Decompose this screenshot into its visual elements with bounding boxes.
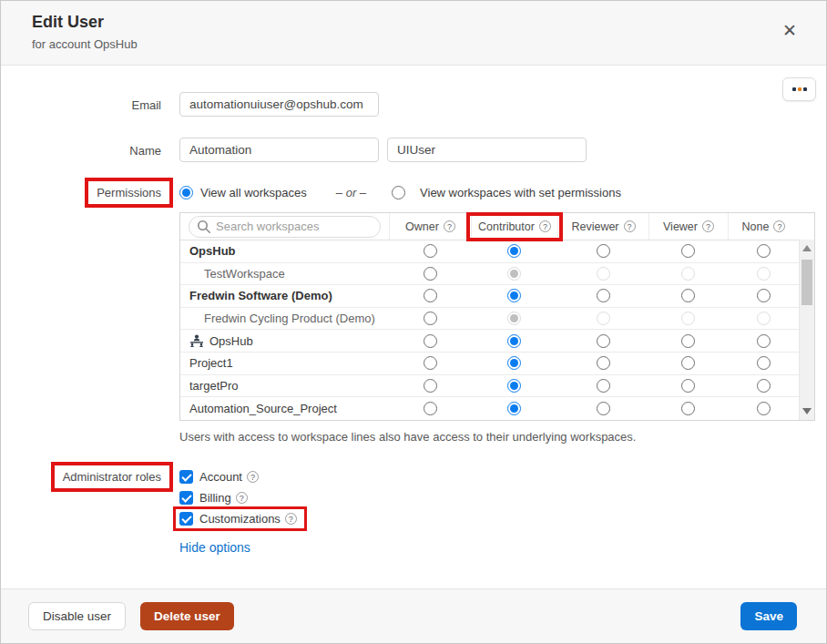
- permissions-row: Permissions View all workspaces – or – V…: [28, 180, 621, 199]
- admin-role-label: Billing: [199, 491, 231, 505]
- ellipsis-dot-icon: [792, 87, 796, 91]
- admin-role-label: Customizations: [199, 512, 281, 526]
- permission-radio-viewer[interactable]: [681, 379, 695, 393]
- column-header-owner: Owner?: [389, 213, 471, 240]
- column-header-none: None?: [728, 213, 799, 240]
- or-separator: – or –: [336, 186, 366, 199]
- permission-radio-owner[interactable]: [424, 267, 437, 281]
- last-name-field[interactable]: [387, 138, 587, 162]
- workspace-name: Project1: [180, 356, 389, 370]
- permission-radio-contributor: [507, 267, 521, 281]
- help-icon[interactable]: ?: [773, 220, 785, 232]
- permission-radio-reviewer: [597, 312, 610, 325]
- permission-radio-reviewer[interactable]: [597, 402, 610, 415]
- email-field[interactable]: [179, 92, 379, 117]
- help-icon[interactable]: ?: [702, 220, 714, 232]
- delete-user-button[interactable]: Delete user: [140, 602, 234, 630]
- column-header-reviewer: Reviewer?: [557, 213, 648, 240]
- email-label: Email: [28, 92, 161, 112]
- checkbox-checked-icon[interactable]: [179, 512, 193, 526]
- permission-radio-owner[interactable]: [424, 379, 437, 393]
- scroll-down-icon[interactable]: [802, 408, 812, 414]
- permission-radio-none[interactable]: [757, 379, 771, 393]
- admin-role-customizations[interactable]: Customizations?: [179, 512, 297, 526]
- admin-roles-checkboxes: Account?Billing?Customizations?: [179, 468, 297, 526]
- permission-radio-contributor[interactable]: [507, 334, 521, 348]
- dialog-header: Edit User for account OpsHub ✕: [1, 1, 826, 66]
- scrollbar-thumb[interactable]: [801, 260, 812, 305]
- table-row: Automation_Source_Project: [180, 397, 814, 420]
- table-row: targetPro: [180, 375, 814, 398]
- table-scrollbar[interactable]: [799, 240, 814, 420]
- help-icon[interactable]: ?: [247, 471, 259, 483]
- more-options-button[interactable]: [782, 77, 816, 101]
- permission-radio-contributor[interactable]: [507, 356, 521, 370]
- admin-role-billing[interactable]: Billing?: [179, 491, 297, 505]
- permission-radio-reviewer[interactable]: [597, 289, 610, 302]
- search-input[interactable]: [189, 216, 381, 238]
- permission-radio-reviewer: [597, 267, 610, 281]
- permission-radio-reviewer[interactable]: [597, 334, 610, 348]
- checkbox-checked-icon[interactable]: [179, 470, 193, 484]
- help-icon[interactable]: ?: [624, 220, 636, 232]
- scroll-up-icon[interactable]: [802, 245, 812, 251]
- permission-radio-none[interactable]: [757, 402, 771, 415]
- permission-radio-owner[interactable]: [424, 289, 437, 302]
- help-icon[interactable]: ?: [444, 220, 455, 232]
- permission-radio-none[interactable]: [757, 244, 771, 258]
- table-row: TestWorkspace: [180, 263, 814, 286]
- checkbox-checked-icon[interactable]: [179, 491, 193, 505]
- permission-radio-reviewer[interactable]: [597, 379, 610, 393]
- table-row: OpsHub: [180, 240, 814, 263]
- annotation-box-permissions: Permissions: [85, 178, 173, 208]
- annotation-box-customizations: Customizations?: [173, 506, 307, 531]
- name-row: Name: [28, 138, 587, 162]
- email-row: Email: [28, 92, 379, 117]
- permission-radio-viewer[interactable]: [681, 356, 695, 370]
- permission-radio-none[interactable]: [757, 356, 771, 370]
- help-icon[interactable]: ?: [285, 513, 297, 525]
- save-button[interactable]: Save: [740, 602, 797, 630]
- admin-role-account[interactable]: Account?: [179, 470, 297, 484]
- permission-radio-contributor[interactable]: [507, 289, 521, 302]
- permission-radio-contributor[interactable]: [507, 379, 521, 393]
- permission-radio-owner[interactable]: [424, 402, 437, 415]
- view-set-permissions-radio[interactable]: [392, 186, 405, 199]
- disable-user-button[interactable]: Disable user: [28, 602, 126, 630]
- workspace-name: Automation_Source_Project: [180, 402, 389, 415]
- permission-radio-viewer: [681, 312, 695, 325]
- permission-radio-viewer[interactable]: [681, 402, 695, 415]
- permission-radio-owner[interactable]: [424, 356, 437, 370]
- permission-radio-reviewer[interactable]: [597, 356, 610, 370]
- permission-radio-none: [757, 312, 771, 325]
- annotation-box-admin-roles: Administrator roles: [51, 462, 173, 492]
- permission-radio-owner[interactable]: [424, 244, 437, 258]
- permission-radio-viewer[interactable]: [681, 289, 695, 302]
- view-set-permissions-label: View workspaces with set permissions: [420, 186, 621, 199]
- close-icon[interactable]: ✕: [782, 22, 797, 39]
- hide-options-link[interactable]: Hide options: [179, 540, 250, 555]
- dialog-footer: Disable user Delete user Save: [1, 588, 826, 643]
- first-name-field[interactable]: [179, 138, 379, 162]
- help-icon[interactable]: ?: [236, 492, 248, 504]
- permission-radio-none[interactable]: [757, 334, 771, 348]
- admin-role-label: Account: [199, 470, 242, 484]
- permission-radio-contributor: [507, 312, 521, 325]
- administrator-roles-label: Administrator roles: [63, 470, 161, 484]
- permission-radio-contributor[interactable]: [507, 244, 521, 258]
- permission-radio-none[interactable]: [757, 289, 771, 302]
- permission-radio-viewer[interactable]: [681, 334, 695, 348]
- annotation-box-contributor: Contributor?: [466, 212, 563, 241]
- permission-radio-viewer: [681, 267, 695, 281]
- permission-radio-viewer[interactable]: [681, 244, 695, 258]
- help-icon[interactable]: ?: [539, 220, 551, 232]
- permission-radio-owner[interactable]: [424, 334, 437, 348]
- permission-radio-reviewer[interactable]: [597, 244, 610, 258]
- workspace-name: targetPro: [180, 379, 389, 393]
- edit-user-dialog: Edit User for account OpsHub ✕ Email Nam…: [0, 0, 827, 644]
- view-all-workspaces-radio[interactable]: [179, 186, 193, 199]
- permission-radio-owner[interactable]: [424, 312, 437, 325]
- permission-radio-contributor[interactable]: [507, 402, 521, 415]
- ellipsis-dot-icon: [803, 87, 807, 91]
- workspace-access-note: Users with access to workspace lines als…: [179, 430, 636, 444]
